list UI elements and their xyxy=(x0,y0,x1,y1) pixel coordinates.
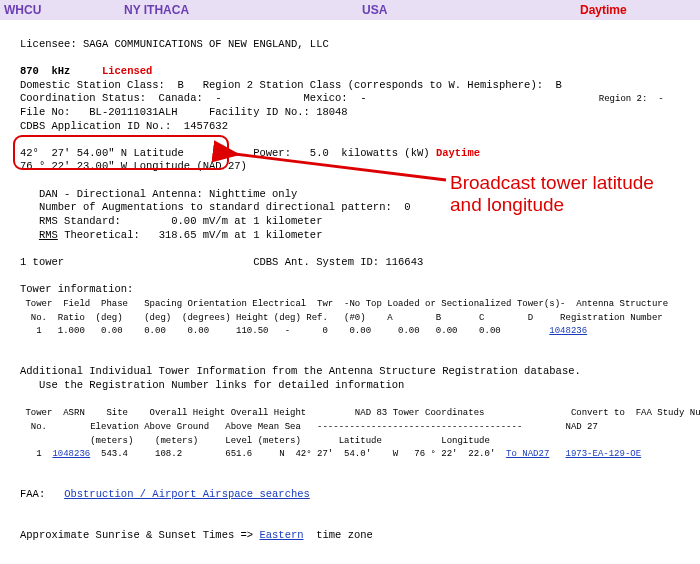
augmentations: Number of Augmentations to standard dire… xyxy=(39,201,411,213)
licensee-label: Licensee: xyxy=(20,38,83,50)
power-value: 5.0 kilowatts (kW) xyxy=(310,147,430,159)
asrn-head-row3: (meters) (meters) Level (meters) Latitud… xyxy=(20,436,490,446)
power-period: Daytime xyxy=(436,147,480,159)
latitude: 42° 27' 54.00" N Latitude xyxy=(20,147,184,159)
faa-study-link[interactable]: 1973-EA-129-OE xyxy=(566,449,642,459)
banner-country: USA xyxy=(362,3,580,17)
file-no-line: File No: BL-20111031ALH Facility ID No.:… xyxy=(20,106,348,118)
nad27-convert-link[interactable]: To NAD27 xyxy=(506,449,549,459)
tower-table-head2: No. Ratio (deg) (deg) (degrees) Height (… xyxy=(20,313,663,323)
longitude: 76 ° 22' 23.00" W Longitude xyxy=(20,160,190,172)
coordination-line: Coordination Status: Canada: - Mexico: - xyxy=(20,92,367,104)
asrn-reg-link[interactable]: 1048236 xyxy=(52,449,90,459)
antenna-type: DAN - Directional Antenna: Nighttime onl… xyxy=(39,188,297,200)
tower-count: 1 tower CDBS Ant. System ID: 116643 xyxy=(20,256,423,268)
rms-theo-underline: RMS xyxy=(39,229,58,241)
coordination-region2: Region 2: - xyxy=(367,94,664,104)
asrn-head-row2: No. Elevation Above Ground Above Mean Se… xyxy=(20,422,598,432)
licensee-value: SAGA COMMUNICATIONS OF NEW ENGLAND, LLC xyxy=(83,38,329,50)
datum: (NAD 27) xyxy=(196,160,246,172)
rms-theoretical: Theoretical: 318.65 mV/m at 1 kilometer xyxy=(58,229,323,241)
tz-pre: Approximate Sunrise & Sunset Times => xyxy=(20,529,259,541)
faa-link[interactable]: Obstruction / Airport Airspace searches xyxy=(64,488,310,500)
asrn-row: 1 1048236 543.4 108.2 651.6 N 42° 27' 54… xyxy=(20,449,641,459)
power-label: Power: xyxy=(253,147,291,159)
addtl-2: Use the Registration Number links for de… xyxy=(20,379,404,391)
frequency: 870 kHz xyxy=(20,65,70,77)
fcc-detail-body: Licensee: SAGA COMMUNICATIONS OF NEW ENG… xyxy=(0,20,700,564)
banner-period: Daytime xyxy=(580,3,627,17)
banner-location: NY ITHACA xyxy=(124,3,362,17)
addtl-1: Additional Individual Tower Information … xyxy=(20,365,581,377)
tower-info-hdr: Tower information: xyxy=(20,283,133,295)
banner-callsign: WHCU xyxy=(4,3,124,17)
station-class-line: Domestic Station Class: B Region 2 Stati… xyxy=(20,79,562,91)
tz-post: time zone xyxy=(304,529,373,541)
asrn-head-row: Tower ASRN Site Overall Height Overall H… xyxy=(20,408,700,418)
faa-label: FAA: xyxy=(20,488,45,500)
cdbs-app-id-line: CDBS Application ID No.: 1457632 xyxy=(20,120,228,132)
tower-reg-link[interactable]: 1048236 xyxy=(549,326,587,336)
tower-table-head1: Tower Field Phase Spacing Orientation El… xyxy=(20,299,668,309)
license-status: Licensed xyxy=(102,65,152,77)
tower-row: 1 1.000 0.00 0.00 0.00 110.50 - 0 0.00 0… xyxy=(20,326,587,336)
tz-link[interactable]: Eastern xyxy=(259,529,303,541)
rms-standard: RMS Standard: 0.00 mV/m at 1 kilometer xyxy=(39,215,323,227)
